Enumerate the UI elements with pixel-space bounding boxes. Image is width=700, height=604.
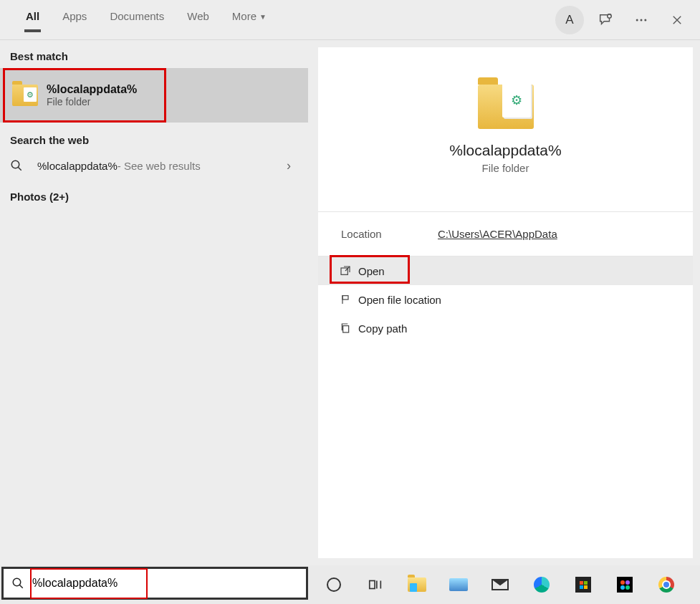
svg-rect-6 xyxy=(342,296,348,299)
web-result-query: %localappdata% xyxy=(37,160,118,172)
preview-pane: ⚙ %localappdata% File folder Location C:… xyxy=(318,47,693,558)
keyboard-app-icon[interactable] xyxy=(449,575,469,595)
web-result-suffix: - See web results xyxy=(118,160,201,172)
chrome-icon[interactable] xyxy=(656,575,676,595)
web-result-row[interactable]: %localappdata% - See web results › xyxy=(0,150,308,181)
tab-apps[interactable]: Apps xyxy=(51,4,98,32)
svg-point-8 xyxy=(13,578,21,586)
actions-list: Open Open file location Copy path xyxy=(318,257,693,342)
location-row: Location C:\Users\ACER\AppData xyxy=(318,212,693,257)
svg-point-1 xyxy=(636,19,638,21)
feedback-icon[interactable] xyxy=(591,6,620,34)
action-copy-path-label: Copy path xyxy=(358,322,407,335)
tab-web[interactable]: Web xyxy=(176,4,221,32)
section-search-web: Search the web xyxy=(0,124,308,150)
tab-more-label: More xyxy=(232,10,256,22)
file-explorer-icon[interactable] xyxy=(407,575,427,595)
search-icon xyxy=(4,577,32,590)
search-box[interactable] xyxy=(1,567,308,600)
search-results-main: Best match ⚙ %localappdata% File folder … xyxy=(0,40,700,565)
best-match-text: %localappdata% File folder xyxy=(47,83,137,107)
best-match-subtitle: File folder xyxy=(47,96,137,107)
search-filter-tabs: All Apps Documents Web More▼ A xyxy=(0,0,700,40)
svg-rect-9 xyxy=(370,581,375,589)
search-input[interactable] xyxy=(32,577,306,590)
open-location-icon xyxy=(340,294,358,305)
svg-point-4 xyxy=(11,160,19,168)
tab-list: All Apps Documents Web More▼ xyxy=(0,4,278,32)
figma-icon[interactable] xyxy=(615,575,635,595)
action-open-location-label: Open file location xyxy=(358,294,441,306)
gear-page-icon: ⚙ xyxy=(502,83,531,118)
svg-point-2 xyxy=(641,19,643,21)
cortana-icon[interactable] xyxy=(324,575,344,595)
best-match-title: %localappdata% xyxy=(47,83,137,96)
edge-icon[interactable] xyxy=(532,575,552,595)
section-best-match: Best match xyxy=(0,40,308,67)
preview-header: ⚙ %localappdata% File folder xyxy=(318,47,693,212)
best-match-row-wrap: ⚙ %localappdata% File folder xyxy=(0,68,308,123)
location-value[interactable]: C:\Users\ACER\AppData xyxy=(438,228,557,240)
tab-more[interactable]: More▼ xyxy=(221,4,278,32)
tab-documents[interactable]: Documents xyxy=(98,4,176,32)
open-icon xyxy=(340,265,358,277)
chevron-right-icon: › xyxy=(287,158,291,173)
svg-point-3 xyxy=(644,19,646,21)
mail-icon[interactable] xyxy=(490,575,510,595)
close-icon[interactable] xyxy=(663,6,691,34)
svg-rect-7 xyxy=(343,326,349,332)
action-copy-path[interactable]: Copy path xyxy=(318,314,693,342)
caret-down-icon: ▼ xyxy=(259,13,267,21)
search-icon xyxy=(10,159,27,172)
results-list: Best match ⚙ %localappdata% File folder … xyxy=(0,40,308,565)
folder-icon: ⚙ xyxy=(12,85,38,106)
tab-all[interactable]: All xyxy=(14,4,51,32)
taskbar-area xyxy=(0,565,700,604)
user-avatar[interactable]: A xyxy=(555,6,584,34)
copy-icon xyxy=(340,322,358,334)
action-open-label: Open xyxy=(358,265,385,277)
action-open[interactable]: Open xyxy=(318,257,693,285)
preview-title: %localappdata% xyxy=(449,142,561,159)
section-photos[interactable]: Photos (2+) xyxy=(0,181,308,207)
best-match-result[interactable]: ⚙ %localappdata% File folder xyxy=(3,68,166,123)
location-label: Location xyxy=(341,228,438,240)
folder-large-icon: ⚙ xyxy=(478,85,534,129)
preview-subtitle: File folder xyxy=(482,162,529,174)
topbar-right: A xyxy=(555,4,700,36)
taskbar xyxy=(310,565,700,604)
action-open-location[interactable]: Open file location xyxy=(318,285,693,314)
task-view-icon[interactable] xyxy=(365,575,385,595)
more-options-icon[interactable] xyxy=(627,6,656,34)
store-icon[interactable] xyxy=(573,575,593,595)
gear-icon: ⚙ xyxy=(24,87,37,102)
